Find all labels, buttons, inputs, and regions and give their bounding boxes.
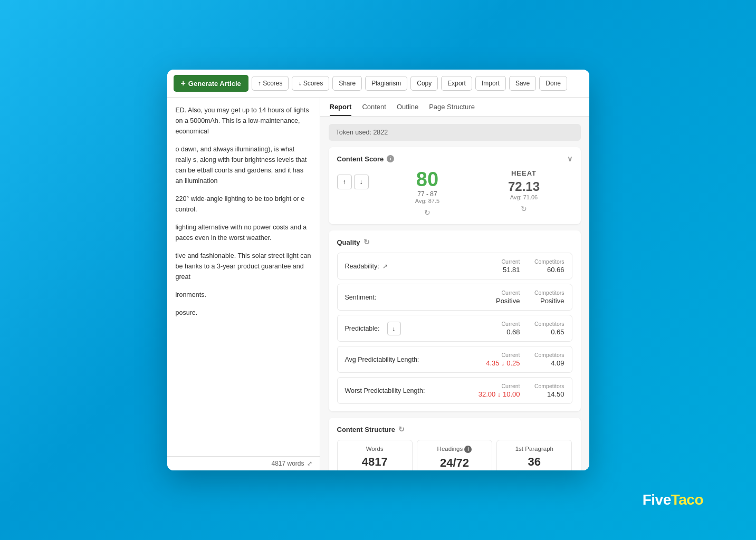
readability-label: Readability: ↗ [345, 263, 489, 270]
quality-row-readability: Readability: ↗ Current 51.81 Competitors… [337, 253, 572, 279]
panel-content: Token used: 2822 Content Score i ∨ ↑ ↓ [320, 117, 589, 470]
share-button[interactable]: Share [332, 76, 362, 91]
content-score-section: Content Score i ∨ ↑ ↓ 80 77 - 87 Avg: 87… [329, 147, 581, 224]
tab-page-structure[interactable]: Page Structure [429, 103, 475, 116]
readability-current-value: 51.81 [489, 266, 520, 274]
quality-row-predictable: Predictable: ↓ Current 0.68 Competitors … [337, 315, 572, 342]
worst-predictability-competitors-col: Competitors 14.50 [533, 383, 564, 398]
avg-predictability-competitors-value: 4.09 [533, 359, 564, 367]
readability-competitors-value: 60.66 [533, 266, 564, 274]
first-paragraph-value: 36 [503, 455, 565, 469]
predictable-competitors-value: 0.65 [533, 328, 564, 336]
editor-paragraph: ED. Also, you may get up to 14 hours of … [176, 105, 311, 137]
heeat-refresh-icon[interactable]: ↻ [476, 205, 572, 213]
score-center: 80 77 - 87 Avg: 87.5 ↻ [379, 169, 476, 217]
content-score-value: 80 [379, 169, 476, 189]
avg-predictability-label: Avg Predictability Length: [345, 356, 486, 363]
generate-article-button[interactable]: Generate Article [174, 75, 248, 92]
predictable-down-button[interactable]: ↓ [387, 322, 401, 335]
headings-value: 24/72 [424, 456, 485, 470]
structure-grid: Words 4817 3643.5 Headings i 24/72 29/16… [337, 440, 572, 470]
readability-competitors-col: Competitors 60.66 [533, 258, 564, 274]
avg-predictability-current-value: 4.35 ↓ 0.25 [486, 359, 520, 367]
word-count: 4817 words [271, 460, 304, 467]
worst-predictability-current-col: Current 32.00 ↓ 10.00 [479, 383, 520, 398]
worst-predictability-current-value: 32.00 ↓ 10.00 [479, 390, 520, 398]
structure-cell-headings: Headings i 24/72 29/168.5 [417, 440, 492, 470]
sentiment-current-value: Positive [489, 297, 520, 305]
readability-values: Current 51.81 Competitors 60.66 [489, 258, 564, 274]
heeat-section: HEEAT 72.13 Avg: 71.06 ↻ [476, 169, 572, 213]
avg-predictability-current-col: Current 4.35 ↓ 0.25 [486, 352, 520, 367]
chevron-down-icon[interactable]: ∨ [567, 155, 572, 163]
avg-predictability-values: Current 4.35 ↓ 0.25 Competitors 4.09 [486, 352, 564, 367]
tab-content[interactable]: Content [362, 103, 386, 116]
tab-outline[interactable]: Outline [397, 103, 418, 116]
editor-paragraph: 220° wide-angle lighting to be too brigh… [176, 194, 311, 215]
predictable-current-col: Current 0.68 [489, 321, 520, 336]
predictable-current-value: 0.68 [489, 328, 520, 336]
content-structure-section: Content Structure ↻ Words 4817 3643.5 [329, 418, 581, 470]
heeat-avg: Avg: 71.06 [476, 194, 572, 200]
content-structure-refresh-icon[interactable]: ↻ [398, 425, 405, 433]
import-button[interactable]: Import [475, 76, 506, 91]
headings-label: Headings i [424, 446, 485, 453]
avg-predictability-competitors-col: Competitors 4.09 [533, 352, 564, 367]
quality-row-sentiment: Sentiment: Current Positive Competitors … [337, 284, 572, 311]
heeat-label: HEEAT [476, 169, 572, 177]
down-scores-button[interactable]: ↓ Scores [292, 76, 329, 91]
token-text: Token used: 2822 [336, 129, 388, 136]
words-label: Words [344, 446, 406, 452]
export-button[interactable]: Export [441, 76, 472, 91]
worst-predictability-label: Worst Predictability Length: [345, 387, 479, 394]
first-paragraph-label: 1st Paragraph [503, 446, 565, 452]
worst-predictability-competitors-value: 14.50 [533, 390, 564, 398]
sentiment-values: Current Positive Competitors Positive [489, 290, 564, 305]
external-link-icon[interactable]: ↗ [382, 263, 388, 270]
token-banner: Token used: 2822 [329, 124, 581, 141]
up-scores-button[interactable]: ↑ Scores [252, 76, 289, 91]
content-score-refresh-icon[interactable]: ↻ [379, 208, 476, 217]
sentiment-label: Sentiment: [345, 294, 489, 301]
tab-report[interactable]: Report [330, 103, 352, 116]
words-sub: 3643.5 [344, 470, 406, 470]
score-arrows: ↑ ↓ [337, 175, 369, 189]
editor-paragraph: tive and fashionable. This solar street … [176, 250, 311, 282]
main-content: ED. Also, you may get up to 14 hours of … [167, 98, 589, 470]
editor-footer: 4817 words ⤢ [167, 456, 320, 470]
resize-icon: ⤢ [307, 460, 312, 467]
toolbar: Generate Article ↑ Scores ↓ Scores Share… [167, 70, 589, 98]
content-score-range: 77 - 87 [379, 190, 476, 198]
content-score-avg: Avg: 87.5 [379, 198, 476, 204]
sentiment-competitors-value: Positive [533, 297, 564, 305]
app-window: Generate Article ↑ Scores ↓ Scores Share… [167, 70, 589, 470]
structure-cell-words: Words 4817 3643.5 [337, 440, 413, 470]
editor-paragraph: lighting alternative with no power costs… [176, 222, 311, 243]
first-paragraph-sub: 59 [503, 470, 565, 470]
predictable-label: Predictable: ↓ [345, 322, 489, 335]
brand: FiveTaco [643, 491, 703, 508]
heeat-score: 72.13 [476, 179, 572, 194]
words-value: 4817 [344, 455, 406, 469]
copy-button[interactable]: Copy [410, 76, 438, 91]
quality-row-worst-predictability: Worst Predictability Length: Current 32.… [337, 377, 572, 404]
structure-cell-first-paragraph: 1st Paragraph 36 59 [496, 440, 572, 470]
editor-text[interactable]: ED. Also, you may get up to 14 hours of … [167, 98, 320, 456]
score-down-button[interactable]: ↓ [354, 175, 369, 189]
info-icon: i [387, 155, 394, 162]
quality-refresh-icon[interactable]: ↻ [363, 238, 370, 246]
predictable-values: Current 0.68 Competitors 0.65 [489, 321, 564, 336]
plagiarism-button[interactable]: Plagiarism [365, 76, 407, 91]
headings-info-icon: i [464, 446, 472, 453]
brand-five: Five [643, 491, 671, 508]
editor-paragraph: ironments. [176, 290, 311, 300]
quality-row-avg-predictability: Avg Predictability Length: Current 4.35 … [337, 346, 572, 373]
readability-current-col: Current 51.81 [489, 258, 520, 274]
save-button[interactable]: Save [509, 76, 536, 91]
editor-paragraph: o dawn, and always illuminating), is wha… [176, 144, 311, 186]
worst-predictability-values: Current 32.00 ↓ 10.00 Competitors 14.50 [479, 383, 564, 398]
right-panel: Report Content Outline Page Structure To… [320, 98, 589, 470]
done-button[interactable]: Done [539, 76, 567, 91]
score-up-button[interactable]: ↑ [337, 175, 352, 189]
brand-taco: Taco [671, 491, 703, 508]
